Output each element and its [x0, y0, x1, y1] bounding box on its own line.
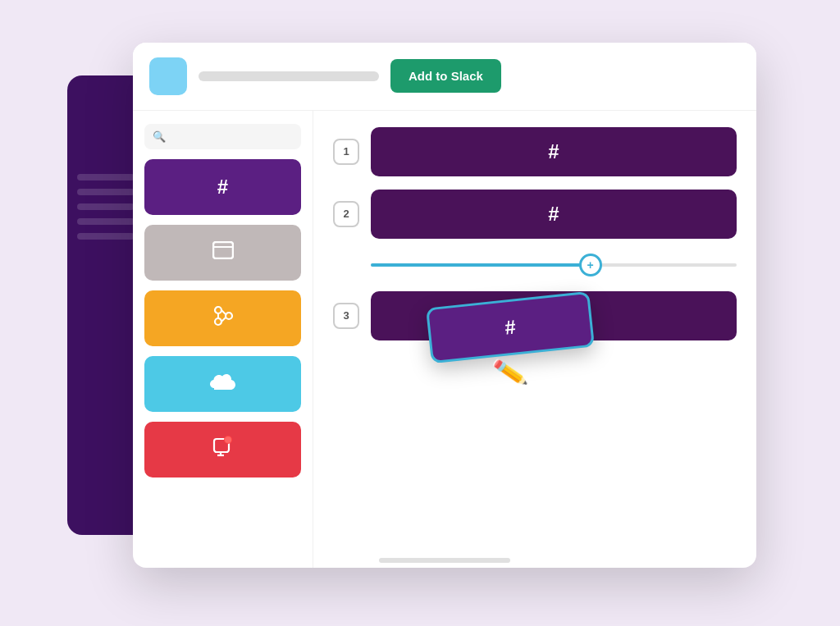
- search-bar[interactable]: 🔍: [144, 124, 301, 149]
- channel-hash-icon-1: #: [548, 140, 559, 163]
- slack-hash-icon: #: [217, 176, 228, 199]
- add-to-slack-button[interactable]: Add to Slack: [390, 59, 501, 93]
- svg-rect-1: [213, 246, 233, 248]
- channel-row-1: 1 #: [333, 127, 737, 176]
- app-tile-slack[interactable]: #: [144, 159, 301, 215]
- slider-track[interactable]: +: [371, 263, 737, 267]
- svg-point-3: [215, 307, 221, 313]
- right-panel: 1 # 2 # +: [313, 111, 756, 568]
- svg-line-6: [221, 310, 226, 314]
- app-tile-window[interactable]: [144, 225, 301, 281]
- row-number-3: 3: [333, 303, 359, 329]
- row-number-2: 2: [333, 201, 359, 227]
- scene-wrapper: Add to Slack 🔍 #: [67, 43, 773, 584]
- app-tile-notification[interactable]: [144, 422, 301, 477]
- svg-point-2: [215, 318, 221, 325]
- channel-button-1[interactable]: #: [371, 127, 737, 176]
- svg-line-7: [221, 318, 226, 322]
- notification-icon: [212, 436, 234, 463]
- cloud-icon: [209, 372, 237, 396]
- bottom-bar: [133, 553, 756, 568]
- slider-fill: [371, 263, 591, 267]
- content-area: 🔍 #: [133, 111, 756, 568]
- slider-thumb[interactable]: +: [579, 254, 602, 276]
- channel-button-2[interactable]: #: [371, 190, 737, 239]
- slider-row: +: [333, 252, 737, 278]
- main-card: Add to Slack 🔍 #: [133, 43, 756, 568]
- channel-hash-icon-2: #: [548, 203, 559, 226]
- sidebar-line: [77, 218, 135, 225]
- sidebar-line: [77, 203, 135, 210]
- top-bar: Add to Slack: [133, 43, 756, 111]
- search-input[interactable]: [171, 132, 293, 140]
- channel-row-2: 2 #: [333, 190, 737, 239]
- scrollbar-track[interactable]: [379, 558, 510, 563]
- title-placeholder: [199, 71, 379, 81]
- row-number-1: 1: [333, 139, 359, 165]
- svg-rect-0: [213, 242, 233, 258]
- svg-point-4: [226, 313, 232, 319]
- cursor-hand: ✏️: [491, 354, 529, 390]
- window-icon: [212, 241, 234, 264]
- left-panel: 🔍 #: [133, 111, 313, 568]
- avatar: [149, 57, 187, 95]
- app-tile-cloud[interactable]: [144, 356, 301, 412]
- sidebar-line: [77, 189, 135, 195]
- sidebar-lines: [77, 174, 135, 240]
- dragging-tile-hash-icon: #: [504, 315, 517, 339]
- svg-point-10: [225, 436, 231, 443]
- source-control-icon: [212, 305, 234, 331]
- sidebar-line: [77, 233, 135, 240]
- sidebar-line: [77, 174, 135, 180]
- app-tile-source[interactable]: [144, 290, 301, 346]
- slider-spacer: [333, 252, 359, 278]
- search-icon: 🔍: [153, 130, 166, 143]
